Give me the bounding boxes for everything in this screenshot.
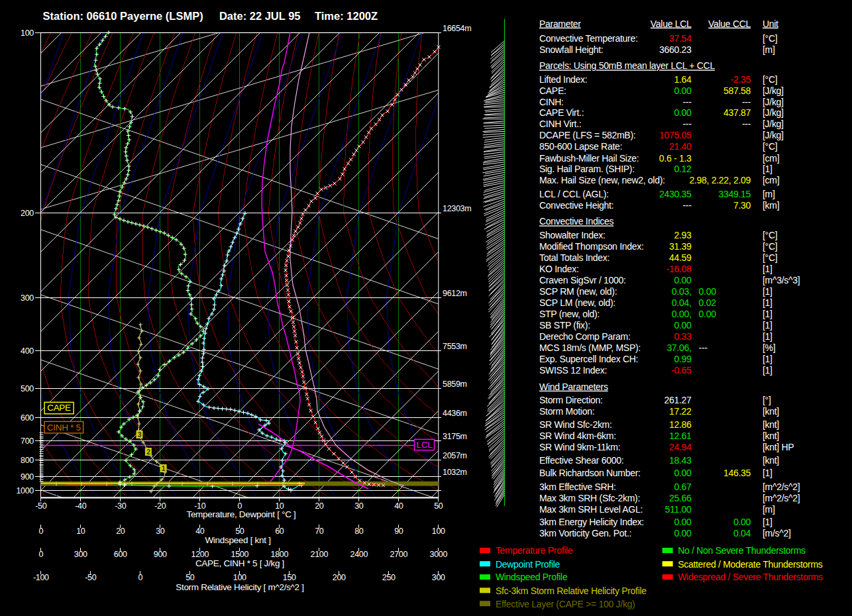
- svg-text:400: 400: [21, 346, 34, 356]
- svg-text:Modified Thompson Index:: Modified Thompson Index:: [539, 241, 644, 252]
- svg-text:-2.35: -2.35: [731, 74, 751, 85]
- svg-text:600: 600: [21, 413, 34, 423]
- svg-text:2: 2: [146, 448, 150, 456]
- svg-text:[1]: [1]: [763, 517, 772, 527]
- svg-text:Effective Shear 6000:: Effective Shear 6000:: [539, 455, 623, 466]
- svg-text:30: 30: [156, 527, 165, 536]
- svg-text:Station: 06610 Payerne (LSMP): Station: 06610 Payerne (LSMP): [43, 10, 203, 22]
- svg-text:900: 900: [21, 472, 34, 482]
- svg-text:SCP LM (new, old):: SCP LM (new, old):: [539, 297, 615, 308]
- svg-text:4436m: 4436m: [443, 409, 467, 418]
- svg-text:31.39: 31.39: [669, 241, 692, 252]
- svg-text:20: 20: [315, 501, 324, 511]
- svg-text:200: 200: [21, 209, 34, 218]
- svg-text:Convective Temperature:: Convective Temperature:: [539, 33, 637, 44]
- svg-text:[J/kg]: [J/kg]: [763, 107, 784, 118]
- svg-text:2700: 2700: [390, 550, 407, 559]
- svg-text:2430.35: 2430.35: [659, 189, 692, 199]
- svg-text:CINH * 5: CINH * 5: [47, 423, 81, 433]
- svg-text:[J/kg]: [J/kg]: [763, 85, 784, 96]
- svg-text:---: ---: [682, 97, 692, 107]
- svg-text:7.30: 7.30: [733, 200, 751, 211]
- svg-text:[knt]: [knt]: [763, 419, 779, 430]
- svg-text:---: ---: [742, 97, 751, 107]
- svg-text:Lifted Index:: Lifted Index:: [539, 74, 587, 85]
- svg-text:0: 0: [38, 550, 43, 559]
- svg-text:[m^3/s^3]: [m^3/s^3]: [763, 275, 800, 285]
- svg-text:[J/kg]: [J/kg]: [763, 119, 784, 129]
- svg-text:1800: 1800: [270, 550, 288, 559]
- svg-text:KO Index:: KO Index:: [539, 264, 579, 274]
- svg-text:-0.65: -0.65: [671, 365, 692, 376]
- svg-text:Parcels: Using 50mB mean layer: Parcels: Using 50mB mean layer LCL + CCL: [539, 60, 715, 71]
- svg-text:[1]: [1]: [763, 264, 772, 274]
- svg-text:100: 100: [233, 573, 246, 582]
- svg-text:Dewpoint Profile: Dewpoint Profile: [496, 559, 560, 570]
- svg-text:50: 50: [186, 573, 195, 582]
- svg-text:0.04,: 0.04,: [672, 297, 692, 308]
- svg-text:3000: 3000: [429, 550, 447, 559]
- svg-text:[m^2/s^2]: [m^2/s^2]: [763, 493, 800, 503]
- svg-text:Derecho Comp Param:: Derecho Comp Param:: [539, 331, 630, 342]
- svg-text:Date: 22 JUL 95: Date: 22 JUL 95: [219, 10, 301, 22]
- svg-text:700: 700: [21, 436, 34, 446]
- svg-text:44.59: 44.59: [669, 252, 692, 263]
- svg-text:500: 500: [21, 384, 34, 393]
- svg-text:3: 3: [138, 431, 142, 438]
- svg-text:Windspeed [ knt ]: Windspeed [ knt ]: [205, 535, 270, 545]
- svg-text:3175m: 3175m: [443, 432, 467, 441]
- svg-text:0.00: 0.00: [674, 107, 692, 118]
- svg-text:0: 0: [38, 527, 43, 536]
- svg-text:0.6 - 1.3: 0.6 - 1.3: [659, 153, 692, 164]
- svg-text:SB STP (fix):: SB STP (fix):: [539, 320, 590, 331]
- svg-text:0.02: 0.02: [699, 297, 717, 308]
- svg-text:[1]: [1]: [763, 354, 772, 364]
- svg-text:1500: 1500: [231, 550, 248, 559]
- svg-text:Parameter: Parameter: [539, 19, 581, 29]
- svg-text:[m]: [m]: [763, 504, 775, 515]
- svg-text:1000: 1000: [16, 486, 34, 495]
- svg-text:Wind Parameters: Wind Parameters: [539, 382, 608, 392]
- svg-text:Craven SigSvr / 1000:: Craven SigSvr / 1000:: [539, 275, 626, 285]
- svg-text:600: 600: [114, 550, 127, 559]
- svg-text:0.67: 0.67: [674, 482, 692, 492]
- svg-text:SR Wind 4km-6km:: SR Wind 4km-6km:: [539, 431, 616, 441]
- svg-text:0.00: 0.00: [699, 286, 717, 297]
- svg-text:[knt]: [knt]: [763, 431, 779, 441]
- svg-text:[km]: [km]: [763, 200, 779, 211]
- svg-text:0.00: 0.00: [699, 309, 717, 319]
- svg-text:Windspeed Profile: Windspeed Profile: [496, 572, 568, 582]
- svg-text:0.99: 0.99: [674, 354, 692, 364]
- svg-text:250: 250: [382, 573, 396, 582]
- svg-text:146.35: 146.35: [723, 468, 751, 478]
- svg-text:-50: -50: [85, 573, 97, 582]
- svg-text:[1]: [1]: [763, 297, 772, 308]
- svg-text:[1]: [1]: [763, 331, 772, 342]
- svg-text:Max 3km SRH Level AGL:: Max 3km SRH Level AGL:: [539, 504, 643, 515]
- svg-text:16654m: 16654m: [443, 24, 471, 33]
- svg-text:Max 3km SRH (Sfc-2km):: Max 3km SRH (Sfc-2km):: [539, 493, 640, 503]
- svg-text:[knt] HP: [knt] HP: [763, 442, 794, 452]
- svg-text:850-600 Lapse Rate:: 850-600 Lapse Rate:: [539, 141, 622, 152]
- svg-text:Sfc-3km Storm Relative Helicit: Sfc-3km Storm Relative Helicity Profile: [496, 586, 647, 596]
- svg-text:0.00: 0.00: [733, 517, 751, 527]
- svg-text:Storm Direction:: Storm Direction:: [539, 395, 603, 405]
- svg-text:300: 300: [432, 573, 445, 582]
- svg-text:12303m: 12303m: [443, 204, 471, 213]
- svg-text:Time: 1200Z: Time: 1200Z: [315, 10, 378, 22]
- svg-text:DCAPE (LFS = 582mB):: DCAPE (LFS = 582mB):: [539, 130, 635, 140]
- svg-text:3km Energy Helicity Index:: 3km Energy Helicity Index:: [539, 517, 644, 527]
- svg-text:0.00: 0.00: [674, 320, 692, 331]
- svg-text:-100: -100: [33, 573, 49, 582]
- svg-text:[°C]: [°C]: [763, 141, 777, 152]
- svg-text:[1]: [1]: [763, 286, 772, 297]
- svg-text:2057m: 2057m: [443, 451, 467, 460]
- svg-text:CAPE: CAPE: [47, 403, 71, 413]
- svg-text:800: 800: [21, 456, 34, 465]
- svg-text:300: 300: [74, 550, 87, 559]
- svg-text:261.27: 261.27: [664, 395, 692, 405]
- svg-text:-40: -40: [75, 501, 87, 511]
- svg-text:2.93: 2.93: [674, 230, 692, 240]
- svg-text:100: 100: [21, 28, 34, 38]
- svg-text:[°C]: [°C]: [763, 74, 777, 85]
